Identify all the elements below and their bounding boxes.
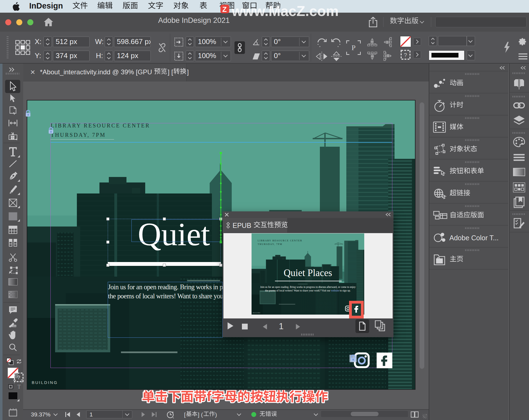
svg-text:?: ? xyxy=(404,52,407,58)
svg-text:?: ? xyxy=(21,378,24,384)
svg-text:P: P xyxy=(352,44,355,52)
svg-text:?: ? xyxy=(13,378,16,384)
svg-text:?: ? xyxy=(17,375,20,380)
